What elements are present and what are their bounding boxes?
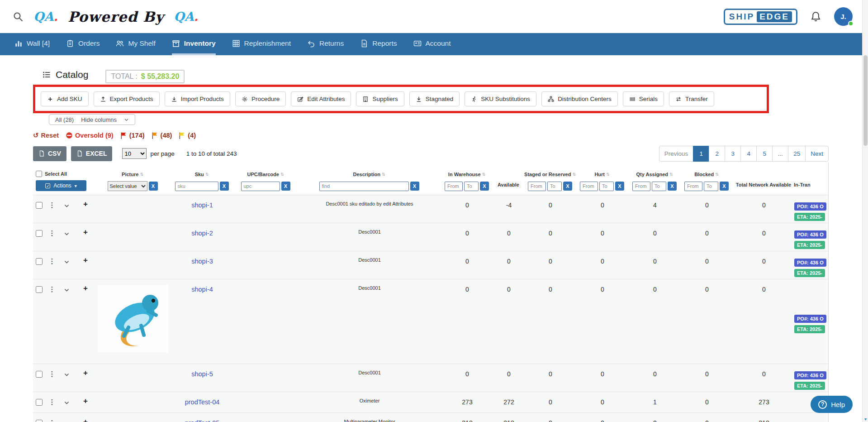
yellow-flag-filter[interactable]: (4): [179, 132, 196, 139]
row-menu-icon[interactable]: ⋮: [45, 251, 59, 279]
nav-item-my-shelf[interactable]: My Shelf: [116, 33, 155, 55]
sku-link[interactable]: shopi-5: [191, 370, 213, 378]
nav-item-reports[interactable]: Reports: [360, 33, 397, 55]
row-add-icon[interactable]: +: [74, 413, 97, 422]
in-warehouse-to-input[interactable]: [464, 182, 479, 191]
row-menu-icon[interactable]: ⋮: [45, 195, 59, 223]
excel-button[interactable]: EXCEL: [71, 146, 113, 161]
row-add-icon[interactable]: +: [74, 223, 97, 251]
row-checkbox[interactable]: [36, 202, 43, 209]
page-button-5[interactable]: 5: [756, 146, 773, 162]
stagnated-button[interactable]: Stagnated: [409, 91, 460, 106]
sort-icon[interactable]: ⇅: [382, 172, 385, 177]
oversold-filter[interactable]: Oversold (9): [66, 132, 114, 139]
suppliers-button[interactable]: Suppliers: [356, 91, 404, 106]
page-button-4[interactable]: 4: [740, 146, 757, 162]
vertical-scrollbar[interactable]: ▾: [862, 0, 868, 422]
edit-attributes-button[interactable]: Edit Attributes: [291, 91, 351, 106]
avatar[interactable]: J.: [834, 7, 853, 26]
sort-icon[interactable]: ⇅: [140, 172, 143, 177]
csv-button[interactable]: CSV: [33, 146, 66, 161]
row-menu-icon[interactable]: ⋮: [45, 223, 59, 251]
row-expand-chevron-icon[interactable]: [59, 279, 74, 364]
red-flag-filter[interactable]: (174): [120, 132, 145, 139]
nav-item-returns[interactable]: Returns: [307, 33, 344, 55]
sort-icon[interactable]: ⇅: [280, 172, 284, 177]
clear-picture-filter-button[interactable]: X: [149, 182, 158, 191]
row-checkbox[interactable]: [36, 230, 43, 237]
nav-item-inventory[interactable]: Inventory: [172, 33, 216, 55]
qty-assigned-to-input[interactable]: [652, 182, 666, 191]
clear-in-warehouse-filter-button[interactable]: X: [480, 182, 489, 191]
row-checkbox[interactable]: [36, 371, 43, 378]
sku-link[interactable]: shopi-2: [191, 230, 213, 237]
clear-description-filter-button[interactable]: X: [410, 182, 419, 191]
page-button-2[interactable]: 2: [709, 146, 725, 162]
procedure-button[interactable]: Procedure: [235, 91, 286, 106]
upc-filter-input[interactable]: [241, 182, 280, 191]
reset-filter[interactable]: ↺ Reset: [33, 131, 59, 139]
row-expand-chevron-icon[interactable]: [59, 223, 74, 251]
import-products-button[interactable]: Import Products: [165, 91, 230, 106]
description-filter-input[interactable]: [319, 182, 409, 191]
row-checkbox[interactable]: [36, 420, 43, 422]
in-warehouse-from-input[interactable]: [445, 182, 463, 191]
sort-icon[interactable]: ⇅: [205, 172, 209, 177]
sku-filter-input[interactable]: [175, 182, 218, 191]
add-sku-button[interactable]: Add SKU: [41, 91, 89, 106]
hurt-to-input[interactable]: [599, 182, 614, 191]
nav-item-wall[interactable]: Wall [4]: [14, 33, 50, 55]
per-page-select[interactable]: 10: [122, 148, 147, 159]
clear-sku-filter-button[interactable]: X: [220, 182, 229, 191]
row-checkbox[interactable]: [36, 258, 43, 265]
serials-button[interactable]: Serials: [623, 91, 664, 106]
qty-assigned-from-input[interactable]: [632, 182, 650, 191]
sort-icon[interactable]: ⇅: [715, 172, 719, 177]
row-add-icon[interactable]: +: [74, 251, 97, 279]
export-products-button[interactable]: Export Products: [94, 91, 160, 106]
clear-upc-filter-button[interactable]: X: [281, 182, 290, 191]
hurt-from-input[interactable]: [580, 182, 598, 191]
nav-item-replenishment[interactable]: Replenishment: [232, 33, 291, 55]
distribution-centers-button[interactable]: Distribution Centers: [541, 91, 618, 106]
sku-link[interactable]: shopi-4: [191, 286, 213, 293]
row-checkbox[interactable]: [36, 286, 43, 293]
next-page-button[interactable]: Next: [805, 146, 829, 162]
page-ellipsis[interactable]: ...: [772, 146, 788, 162]
row-add-icon[interactable]: +: [74, 364, 97, 392]
previous-page-button[interactable]: Previous: [659, 146, 694, 162]
sort-icon[interactable]: ⇅: [482, 172, 486, 177]
scrollbar-thumb[interactable]: [863, 55, 868, 146]
row-expand-chevron-icon[interactable]: [59, 413, 74, 422]
page-button-25[interactable]: 25: [788, 146, 806, 162]
nav-item-orders[interactable]: Orders: [66, 33, 100, 55]
row-menu-icon[interactable]: ⋮: [45, 392, 59, 412]
scroll-down-arrow-icon[interactable]: ▾: [863, 417, 868, 422]
sku-substitutions-button[interactable]: SKU Substitutions: [465, 91, 536, 106]
help-button[interactable]: ? Help: [811, 396, 853, 413]
sort-icon[interactable]: ⇅: [669, 172, 673, 177]
orange-flag-filter[interactable]: (48): [152, 132, 172, 139]
bell-icon[interactable]: [810, 11, 821, 22]
clear-hurt-filter-button[interactable]: X: [615, 182, 624, 191]
row-checkbox[interactable]: [36, 399, 43, 406]
search-icon[interactable]: [13, 11, 24, 22]
clear-qty-assigned-filter-button[interactable]: X: [668, 182, 677, 191]
row-menu-icon[interactable]: ⋮: [45, 364, 59, 392]
sku-link[interactable]: shopi-3: [191, 258, 213, 265]
blocked-from-input[interactable]: [684, 182, 702, 191]
row-expand-chevron-icon[interactable]: [59, 364, 74, 392]
hide-columns-dropdown[interactable]: All (28) Hide columns: [49, 114, 135, 125]
clear-blocked-filter-button[interactable]: X: [720, 182, 729, 191]
picture-filter-select[interactable]: Select value: [108, 181, 147, 191]
page-button-1[interactable]: 1: [693, 146, 709, 162]
row-expand-chevron-icon[interactable]: [59, 251, 74, 279]
blocked-to-input[interactable]: [704, 182, 718, 191]
row-add-icon[interactable]: +: [74, 195, 97, 223]
row-expand-chevron-icon[interactable]: [59, 392, 74, 412]
page-button-3[interactable]: 3: [725, 146, 741, 162]
row-add-icon[interactable]: +: [74, 279, 97, 364]
row-menu-icon[interactable]: ⋮: [45, 279, 59, 364]
sku-link[interactable]: shopi-1: [191, 201, 213, 209]
actions-dropdown[interactable]: ✓ Actions ▾: [36, 180, 86, 191]
